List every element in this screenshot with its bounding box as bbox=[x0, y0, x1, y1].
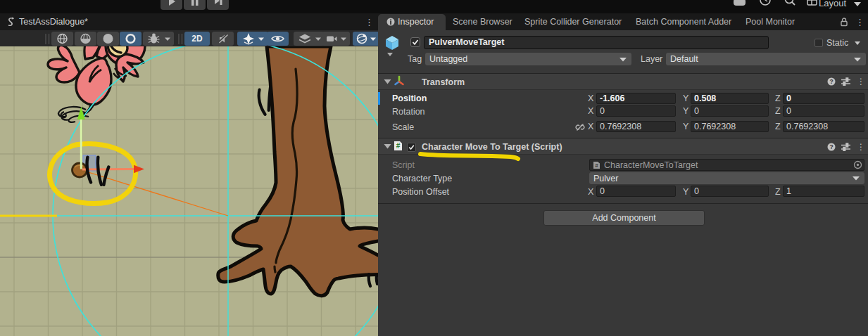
svg-text:#: # bbox=[396, 142, 401, 150]
svg-text:#: # bbox=[595, 162, 598, 169]
svg-text:?: ? bbox=[829, 143, 833, 150]
svg-text:?: ? bbox=[829, 78, 833, 85]
